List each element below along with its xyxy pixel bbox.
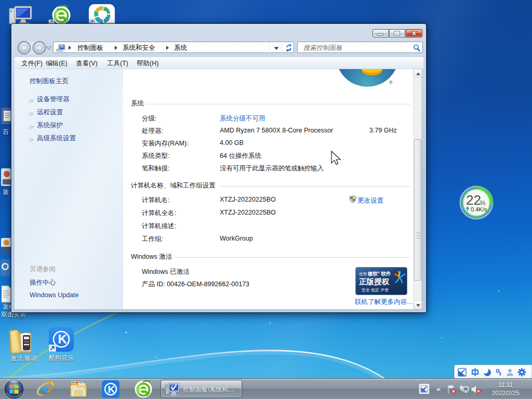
- svg-text:®: ®: [389, 80, 393, 85]
- svg-text:e: e: [39, 380, 48, 397]
- svg-text:%: %: [480, 200, 486, 207]
- svg-text:K: K: [108, 384, 115, 395]
- svg-text:0.4K/s: 0.4K/s: [471, 206, 487, 212]
- svg-text:22: 22: [466, 192, 481, 208]
- svg-text:K: K: [58, 332, 68, 346]
